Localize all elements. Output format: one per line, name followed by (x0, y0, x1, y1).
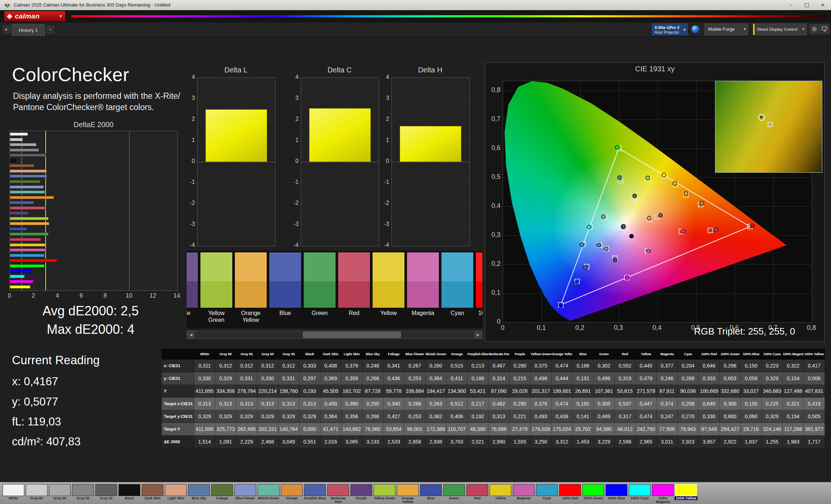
table-cell: 0,188 (573, 360, 594, 372)
delta-gridline (392, 183, 469, 183)
workspace-button[interactable] (820, 24, 829, 34)
table-cell: 0,359 (341, 372, 362, 385)
deltae-bar-100-red (10, 259, 57, 262)
tab-scroll-button[interactable]: ▶ (3, 25, 10, 33)
delta-y-tick: -2 (286, 200, 299, 206)
patch-button-gray-35[interactable]: Gray 35 (95, 483, 118, 504)
patch-button-label: Blue Sky (187, 496, 211, 500)
deltae-bar-moderate-red (10, 206, 46, 210)
patch-button-gray-65[interactable]: Gray 65 (48, 483, 71, 504)
table-cell: 0,369 (320, 372, 341, 385)
table-row-label: Target Y (162, 423, 194, 436)
delta-y-tick: -3 (286, 221, 299, 227)
delta-value-bar (400, 126, 461, 162)
delta-gridline (198, 225, 275, 225)
table-row-label: Target y:CIE31 (162, 410, 194, 423)
patch-button-100-magenta[interactable]: 100% Magenta (651, 483, 674, 504)
patch-button-yellow[interactable]: Yellow (489, 483, 512, 504)
source-dropdown[interactable]: Mobile Forge ▼ (705, 24, 748, 35)
meter-dropdown[interactable]: X-Rite i1Pro 3 Rear Projector ▼ (652, 24, 687, 35)
inset-measured-marker (758, 114, 765, 121)
table-cell: 2,922 (720, 436, 741, 448)
patch-button-100-red[interactable]: 100% Red (558, 483, 582, 504)
patch-button-purple[interactable]: Purple (350, 483, 373, 504)
delta-gridline (301, 99, 379, 99)
minimize-button[interactable]: – (783, 0, 799, 10)
table-cell: 2,468 (257, 436, 278, 448)
patch-button-foliage[interactable]: Foliage (211, 483, 234, 504)
deltae-bar-100-cyan (10, 275, 25, 278)
table-row-target-y: Target Y411,695325,773262,495202,151140,… (162, 423, 825, 436)
table-cell: 0,331 (236, 372, 257, 385)
table-cell: 0,321 (783, 398, 804, 410)
patch-button-blue-sky[interactable]: Blue Sky (187, 483, 211, 504)
table-cell: 53,654 (383, 423, 404, 436)
table-cell: 172,389 (425, 423, 446, 436)
table-cell: 0,150 (741, 360, 762, 372)
table-cell: 2,016 (320, 436, 341, 448)
patch-button-label: Cyan (535, 496, 558, 500)
table-cell: 48,012 (615, 423, 636, 436)
patch-button-100-blue[interactable]: 100% Blue (605, 483, 628, 504)
strip-swatch (441, 252, 474, 308)
patch-button-bluish-green[interactable]: Bluish Green (257, 483, 280, 504)
display-control-dropdown[interactable]: Direct Display Control ▼ (753, 24, 807, 35)
patch-swatch (304, 484, 326, 496)
source-label: Mobile Forge (708, 27, 735, 32)
table-cell: 0,302 (594, 360, 615, 372)
strip-patch-yellow: Yellow (372, 252, 405, 323)
close-button[interactable]: × (815, 0, 831, 10)
table-cell: 87,090 (489, 385, 510, 398)
table-cell: 87,911 (657, 385, 678, 398)
patch-button-100-yellow[interactable]: 100% Yellow (674, 483, 698, 504)
patch-button-blue[interactable]: Blue (419, 483, 442, 504)
patch-button-blue-flower[interactable]: Blue Flower (234, 483, 257, 504)
strip-scrollbar[interactable]: ◀ ▶ (187, 331, 482, 339)
table-cell: 0,356 (341, 410, 362, 423)
calman-logo-menu[interactable]: calman ▼ (4, 11, 65, 21)
cie-measured-100-green (615, 146, 619, 150)
patch-button-yellow-green[interactable]: Yellow Green (373, 483, 396, 504)
table-cell: 278,784 (236, 385, 257, 398)
patch-button-red[interactable]: Red (466, 483, 489, 504)
patch-button-orange-yellow[interactable]: Orange Yellow (396, 483, 419, 504)
table-cell: 324,146 (762, 423, 783, 436)
patch-button-100-cyan[interactable]: 100% Cyan (628, 483, 651, 504)
tab-history-1[interactable]: History 1 (12, 24, 45, 36)
deltae-bar-gray-35 (10, 154, 46, 157)
patch-swatch (281, 484, 303, 496)
patch-button-magenta[interactable]: Magenta (512, 483, 535, 504)
settings-button[interactable] (810, 24, 819, 34)
patch-button-100-green[interactable]: 100% Green (582, 483, 605, 504)
table-cell: 0,296 (720, 360, 741, 372)
delta-y-tick: 2 (182, 116, 195, 122)
scroll-right-arrow[interactable]: ▶ (474, 331, 482, 339)
maximize-button[interactable]: □ (799, 0, 815, 10)
patch-swatch (327, 484, 349, 496)
scroll-thumb[interactable] (303, 332, 401, 338)
scroll-left-arrow[interactable]: ◀ (187, 331, 195, 339)
cie-measured-cyan (580, 243, 584, 247)
table-cell: 0,603 (720, 372, 741, 385)
patch-button-purplish-blue[interactable]: Purplish Blue (303, 483, 327, 504)
patch-swatch (490, 484, 511, 496)
patch-button-green[interactable]: Green (442, 483, 466, 504)
patch-button-black[interactable]: Black (118, 483, 141, 504)
add-tab-button[interactable]: + (47, 26, 54, 33)
patch-button-gray-50[interactable]: Gray 50 (71, 483, 95, 504)
strip-patch-label: Red (338, 310, 370, 316)
table-cell: 1,983 (783, 436, 804, 448)
patch-button-moderate-red[interactable]: Moderate Red (327, 483, 350, 504)
patch-button-orange[interactable]: Orange (280, 483, 303, 504)
delta-y-tick: 1 (376, 137, 389, 143)
table-cell: 0,253 (404, 372, 425, 385)
patch-button-label: Red (466, 496, 489, 500)
table-cell: 3,011 (657, 436, 678, 448)
table-cell: 100,669 (699, 385, 720, 398)
patch-button-gray-80[interactable]: Gray 80 (25, 483, 48, 504)
patch-button-white[interactable]: White (2, 483, 25, 504)
patch-button-label: Yellow (489, 496, 512, 500)
patch-button-dark-skin[interactable]: Dark Skin (141, 483, 164, 504)
patch-button-light-skin[interactable]: Light Skin (164, 483, 187, 504)
patch-button-cyan[interactable]: Cyan (535, 483, 558, 504)
